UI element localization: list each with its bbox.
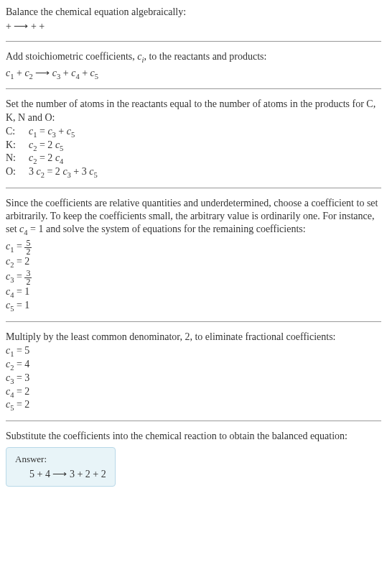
section-atoms-equal: Set the number of atoms in the reactants… — [6, 98, 381, 179]
stoich-equation: c1 + c2 ⟶ c3 + c4 + c5 — [6, 67, 381, 81]
divider-5 — [6, 421, 381, 421]
intro-equation: + ⟶ + + — [6, 20, 381, 32]
solve-title: Since the coefficients are relative quan… — [6, 197, 381, 238]
atoms-row-eq: 3 c2 = 2 c3 + 3 c5 — [29, 166, 381, 179]
multiply-coeff-line: c2 = 4 — [6, 359, 381, 372]
c1-frac: 52 — [24, 239, 32, 255]
answer-label: Answer: — [15, 454, 106, 465]
coeff-value: = 4 — [14, 359, 29, 369]
atoms-row-eq: c2 = 2 c5 — [29, 139, 381, 152]
section-balance-intro: Balance the chemical equation algebraica… — [6, 6, 381, 32]
coeff-value: = 2 — [14, 386, 29, 397]
atoms-row: K:c2 = 2 c5 — [6, 139, 381, 152]
intro-title: Balance the chemical equation algebraica… — [6, 6, 381, 19]
multiply-coeff-line: c5 = 2 — [6, 399, 381, 412]
eq-arrow: ⟶ — [33, 68, 52, 78]
section-stoichiometric: Add stoichiometric coefficients, ci, to … — [6, 50, 381, 80]
coeff-c4: c4 = 1 — [6, 286, 381, 299]
stoich-title: Add stoichiometric coefficients, ci, to … — [6, 50, 381, 65]
divider-3 — [6, 188, 381, 188]
atoms-row-label: C: — [6, 126, 29, 139]
atoms-table: C:c1 = c3 + c5K:c2 = 2 c5N:c2 = 2 c4O:3 … — [6, 126, 381, 179]
atoms-row: N:c2 = 2 c4 — [6, 152, 381, 165]
coeff-c2: c2 = 2 — [6, 256, 381, 269]
atoms-row-eq: c2 = 2 c4 — [29, 152, 381, 165]
c3-eq: = — [14, 271, 24, 282]
multiply-title: Multiply by the least common denominator… — [6, 331, 381, 344]
atoms-row-label: N: — [6, 152, 29, 165]
section-solve: Since the coefficients are relative quan… — [6, 197, 381, 313]
c5-val: = 1 — [14, 300, 29, 311]
atoms-row-label: O: — [6, 166, 29, 179]
divider-2 — [6, 88, 381, 89]
coeff-value: = 2 — [14, 399, 29, 410]
divider-4 — [6, 321, 381, 322]
multiply-coeff-line: c4 = 2 — [6, 386, 381, 399]
coeff-value: = 3 — [14, 372, 29, 383]
c3-den: 2 — [24, 278, 32, 286]
atoms-row: O:3 c2 = 2 c3 + 3 c5 — [6, 166, 381, 179]
multiply-lines: c1 = 5c2 = 4c3 = 3c4 = 2c5 = 2 — [6, 345, 381, 412]
solve-title-p2: = 1 and solve the system of equations fo… — [28, 224, 306, 234]
answer-box: Answer: 5 + 4 ⟶ 3 + 2 + 2 — [6, 447, 116, 487]
multiply-coeff-line: c3 = 3 — [6, 372, 381, 385]
c1-den: 2 — [24, 248, 32, 256]
section-substitute: Substitute the coefficients into the che… — [6, 430, 381, 487]
eq-plus2: + — [60, 68, 71, 78]
c3-frac: 32 — [24, 270, 32, 285]
eq-plus1: + — [14, 68, 24, 78]
multiply-coeff-line: c1 = 5 — [6, 345, 381, 358]
c1-eq: = — [14, 241, 24, 252]
atoms-row-eq: c1 = c3 + c5 — [29, 126, 381, 139]
eq-plus3: + — [80, 68, 90, 78]
c2-val: = 2 — [14, 256, 29, 267]
coeff-c5: c5 = 1 — [6, 300, 381, 313]
atoms-row-label: K: — [6, 139, 29, 152]
c4-val: = 1 — [14, 286, 29, 297]
coeff-c1: c1 = 52 — [6, 239, 381, 255]
section-multiply: Multiply by the least common denominator… — [6, 331, 381, 412]
stoich-title-p1: Add stoichiometric coefficients, — [6, 51, 137, 62]
atoms-row: C:c1 = c3 + c5 — [6, 126, 381, 139]
eq-sub5: 5 — [95, 72, 98, 80]
atoms-title: Set the number of atoms in the reactants… — [6, 98, 381, 124]
substitute-title: Substitute the coefficients into the che… — [6, 430, 381, 443]
coeff-value: = 5 — [14, 345, 29, 356]
divider-1 — [6, 41, 381, 42]
stoich-title-p2: , to the reactants and products: — [144, 51, 266, 62]
coeff-c3: c3 = 32 — [6, 270, 381, 285]
answer-equation: 5 + 4 ⟶ 3 + 2 + 2 — [15, 468, 106, 480]
